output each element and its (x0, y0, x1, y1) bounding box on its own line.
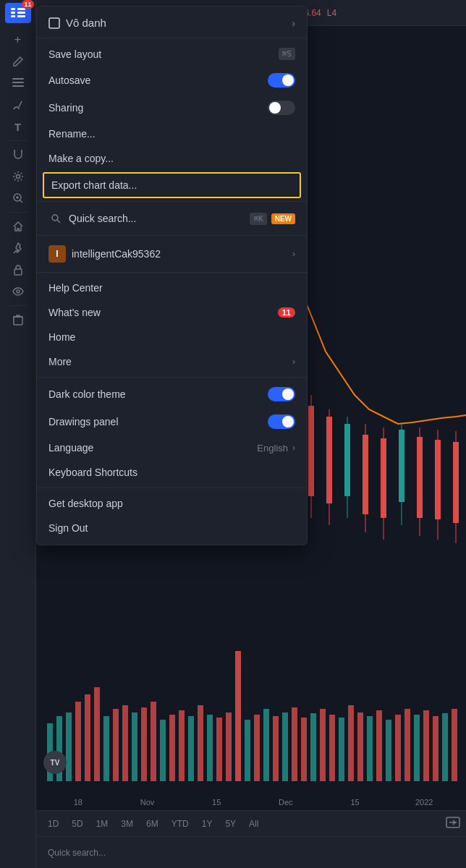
svg-rect-6 (12, 78, 24, 80)
whats-new-badge: 11 (278, 307, 295, 318)
house-icon[interactable] (5, 216, 31, 237)
timeframe-6m[interactable]: 6M (140, 816, 164, 832)
eye-icon[interactable] (5, 281, 31, 302)
whats-new-label: What's new (48, 307, 278, 318)
brush-icon[interactable] (5, 95, 31, 115)
compare-icon[interactable] (446, 817, 460, 830)
svg-point-119 (52, 215, 58, 221)
timeframe-ytd[interactable]: YTD (166, 816, 195, 832)
export-chart-item[interactable]: Export chart data... (43, 172, 301, 198)
lock-icon[interactable] (5, 260, 31, 280)
home-item[interactable]: Home (37, 325, 307, 349)
dropdown-menu: Vô danh › Save layout ⌘S Autosave Sharin… (36, 6, 308, 545)
sharing-item[interactable]: Sharing (37, 94, 307, 122)
keyboard-shortcuts-item[interactable]: Keyboard Shortcuts (37, 460, 307, 485)
save-layout-shortcut: ⌘S (279, 48, 295, 60)
search-zoom-icon[interactable] (5, 188, 31, 208)
volume-area (36, 651, 466, 781)
svg-rect-78 (94, 687, 100, 781)
svg-rect-105 (348, 705, 354, 781)
svg-rect-106 (357, 712, 363, 781)
quick-search-item[interactable]: Quick search... ⌘K NEW (37, 205, 307, 232)
rename-item[interactable]: Rename... (37, 122, 307, 146)
settings-icon[interactable] (5, 166, 31, 187)
whats-new-item[interactable]: What's new 11 (37, 300, 307, 325)
drawings-panel-item[interactable]: Drawings panel (37, 408, 307, 435)
more-item[interactable]: More › (37, 349, 307, 374)
svg-rect-3 (17, 8, 25, 10)
timeframe-1d[interactable]: 1D (42, 816, 64, 832)
export-chart-label: Export chart data... (51, 179, 292, 191)
timeframe-3m[interactable]: 3M (115, 816, 139, 832)
sign-out-item[interactable]: Sign Out (37, 516, 307, 540)
quick-search-label: Quick search... (69, 213, 250, 224)
menu-title-row[interactable]: Vô danh › (37, 11, 307, 35)
lines-icon[interactable] (5, 73, 31, 93)
make-copy-label: Make a copy... (48, 153, 295, 164)
svg-rect-90 (207, 715, 213, 781)
svg-line-16 (14, 251, 16, 253)
timeframe-1m[interactable]: 1M (90, 816, 114, 832)
user-item[interactable]: I intelligentCak95362 › (37, 239, 307, 269)
help-center-item[interactable]: Help Center (37, 276, 307, 300)
svg-rect-95 (254, 715, 260, 781)
sharing-label: Sharing (48, 102, 268, 114)
keyboard-shortcuts-label: Keyboard Shortcuts (48, 467, 295, 478)
timeframe-1y[interactable]: 1Y (196, 816, 219, 832)
timeframe-all[interactable]: All (243, 816, 264, 832)
svg-rect-118 (49, 18, 59, 28)
bottom-search-text: Quick search... (48, 848, 106, 858)
save-layout-item[interactable]: Save layout ⌘S (37, 41, 307, 67)
timeframe-5y[interactable]: 5Y (219, 816, 242, 832)
svg-rect-70 (435, 440, 441, 519)
dark-theme-item[interactable]: Dark color theme (37, 380, 307, 408)
autosave-item[interactable]: Autosave (37, 67, 307, 94)
timeframe-5d[interactable]: 5D (66, 816, 88, 832)
menu-divider-6 (37, 488, 307, 488)
svg-rect-87 (179, 710, 185, 781)
menu-divider-3 (37, 235, 307, 236)
magnet-icon[interactable] (5, 145, 31, 165)
svg-rect-4 (17, 12, 25, 14)
sharing-toggle[interactable] (268, 101, 295, 115)
svg-rect-107 (367, 716, 373, 781)
pin-icon[interactable] (5, 238, 31, 258)
svg-rect-108 (376, 710, 382, 781)
left-toolbar: + T (0, 0, 36, 868)
trash-icon[interactable] (5, 310, 31, 330)
svg-rect-75 (66, 712, 72, 781)
svg-rect-109 (386, 720, 391, 781)
menu-divider-4 (37, 272, 307, 273)
crosshair-icon[interactable]: + (5, 30, 31, 50)
menu-divider-1 (37, 38, 307, 38)
price-label: L4 (327, 8, 336, 18)
language-item[interactable]: Language English › (37, 435, 307, 460)
svg-rect-110 (395, 715, 401, 781)
menu-title: Vô danh (66, 17, 292, 29)
drawings-panel-label: Drawings panel (48, 416, 268, 427)
logo-button[interactable] (5, 3, 31, 23)
pencil-icon[interactable] (5, 51, 31, 72)
toolbar-divider-3 (8, 305, 28, 306)
drawings-panel-toggle[interactable] (268, 414, 295, 429)
text-icon[interactable]: T (5, 116, 31, 137)
svg-rect-56 (308, 406, 314, 496)
svg-rect-88 (188, 716, 194, 781)
toolbar-divider-2 (8, 212, 28, 213)
svg-rect-17 (14, 269, 22, 275)
get-desktop-item[interactable]: Get desktop app (37, 491, 307, 516)
tradingview-logo: TV (43, 751, 67, 774)
menu-divider-5 (37, 377, 307, 378)
bottom-search-area[interactable]: Quick search... (36, 836, 466, 868)
svg-rect-115 (442, 713, 448, 781)
quick-search-shortcut: ⌘K (250, 213, 266, 225)
dark-theme-toggle[interactable] (268, 387, 295, 401)
svg-rect-0 (11, 8, 15, 10)
get-desktop-label: Get desktop app (48, 498, 295, 509)
svg-rect-8 (12, 85, 24, 87)
svg-rect-79 (103, 716, 109, 781)
make-copy-item[interactable]: Make a copy... (37, 146, 307, 171)
time-label-15b: 15 (321, 798, 390, 807)
autosave-toggle[interactable] (268, 73, 295, 88)
svg-rect-64 (381, 438, 386, 518)
